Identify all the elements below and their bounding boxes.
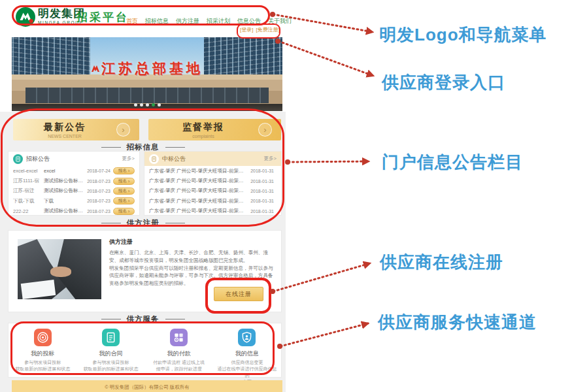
banner-logo-mark-icon	[91, 61, 100, 70]
tender-panel-header: 招标公告 更多>	[8, 152, 139, 166]
signup-button[interactable]: 报名›	[113, 197, 135, 204]
services-card: 我的投标 参与明发项目投标 获取最新的招标进展和状态 我的合同 参与明发项目投标…	[8, 323, 282, 378]
target-icon	[34, 329, 52, 346]
mingfa-logo-icon[interactable]	[16, 7, 35, 27]
award-row[interactable]: 广东省-肇庆 广州公司-肇庆大旺项目-前策定位... 2018-01-31	[144, 196, 281, 206]
award-more-link[interactable]: 更多>	[264, 155, 277, 162]
registration-paragraph-2: 明发集团招采平台供应商可以随时注册和报名、定期更新信息，并可以参与供应商评审，如…	[109, 265, 275, 287]
complaints-button-title: 监督举报	[148, 122, 258, 133]
award-announcements-panel: 中标公告 更多> 广东省-肇庆 广州公司-肇庆大旺项目-前策定位... 2018…	[144, 151, 282, 216]
award-doc-icon	[149, 154, 159, 164]
chevron-icon: ›	[128, 209, 129, 214]
nav-about-us[interactable]: 关于我们	[268, 17, 292, 25]
carousel-dot[interactable]	[140, 103, 143, 106]
registration-card: 供方注册 在南京、厦门、北京、上海、天津、长沙、合肥、无锡、扬州、泰州、淮安、成…	[8, 230, 282, 312]
annotation-label-online-register: 供应商在线注册	[380, 251, 503, 274]
news-button-title: 最新公告	[13, 122, 116, 133]
nav-tender-info[interactable]: 招标信息	[145, 17, 169, 25]
latest-news-button[interactable]: 最新公告 NEWS CENTER ›	[13, 119, 139, 140]
tender-row[interactable]: excel-excel excel 2018-07-24 报名›	[8, 166, 139, 176]
signup-button[interactable]: 报名›	[113, 188, 135, 195]
free-register-link[interactable]: [免费注册]	[256, 26, 280, 33]
carousel-dots	[12, 97, 282, 109]
complaints-button[interactable]: 监督举报 complaints ›	[148, 119, 281, 140]
news-button-subtitle: NEWS CENTER	[13, 134, 116, 139]
tender-doc-icon	[13, 154, 23, 164]
banner-title: 江苏总部基地	[12, 59, 282, 78]
service-my-payments[interactable]: 我的付款 付款申请流程 通过线上填 报申请，跟踪付款进度	[145, 323, 213, 377]
signup-button[interactable]: 报名›	[113, 167, 135, 174]
carousel-dot[interactable]	[158, 103, 161, 106]
carousel-dot[interactable]	[134, 103, 137, 106]
signup-button[interactable]: 报名›	[113, 208, 135, 215]
online-register-button[interactable]: 在线注册	[214, 287, 263, 301]
award-row[interactable]: 广东省-肇庆 广州公司-肇庆大旺项目-前策定位... 2018-01-31	[144, 166, 281, 176]
nav-procurement-plan[interactable]: 招采计划	[207, 17, 230, 25]
chevron-icon: ›	[128, 199, 129, 203]
handshake-photo	[18, 239, 101, 299]
complaints-button-subtitle: complaints	[148, 134, 258, 139]
signup-button[interactable]: 报名›	[113, 178, 135, 185]
service-my-info[interactable]: 我的信息 供应商信息变更 通过在线申请进行供应商信息的 变更	[213, 323, 281, 377]
info-shield-icon	[238, 329, 256, 346]
section-title-registration: 供方注册	[0, 218, 286, 228]
tender-row[interactable]: 江苏-宿迁 测试招标公告标题附件 2018-07-23 报名›	[8, 186, 139, 196]
nav-home[interactable]: 首页	[126, 17, 138, 25]
chevron-circle-icon: ›	[258, 123, 272, 137]
website-screenshot: 明发集团 MINGFA GROUP 招采平台 首页 招标信息 供方注册 招采计划…	[0, 0, 286, 392]
award-row[interactable]: 广东省-肇庆 广州公司-肇庆大旺项目-前策定位... 2018-01-31	[144, 186, 281, 196]
tender-row[interactable]: 下载-下载 下载 2018-07-23 报名›	[8, 196, 139, 206]
login-link[interactable]: [登录]	[240, 26, 253, 33]
award-panel-title: 中标公告	[162, 155, 186, 163]
annotation-label-logo-nav: 明发Logo和导航菜单	[379, 24, 547, 46]
nav-supplier-register[interactable]: 供方注册	[176, 17, 199, 25]
service-my-bids[interactable]: 我的投标 参与明发项目投标 获取最新的招标进展和状态	[8, 323, 76, 377]
tender-panel-title: 招标公告	[26, 155, 50, 163]
registration-paragraph-1: 在南京、厦门、北京、上海、天津、长沙、合肥、无锡、扬州、泰州、淮安、成都等城市投…	[109, 249, 275, 265]
payment-icon	[170, 329, 188, 346]
award-row[interactable]: 广东省-肇庆 广州公司-肇庆大旺项目-前策定位... 2018-01-31	[144, 206, 281, 216]
login-register-links: [登录] [免费注册]	[240, 26, 280, 33]
tender-announcements-panel: 招标公告 更多> excel-excel excel 2018-07-24 报名…	[8, 151, 140, 216]
annotation-label-portal-info: 门户信息公告栏目	[382, 151, 523, 174]
tender-row[interactable]: 222-22 测试招标公告标题222 2018-07-23 报名›	[8, 206, 139, 216]
award-row[interactable]: 广东省-肇庆 广州公司-肇庆大旺项目-前策定位... 2018-01-31	[144, 176, 281, 186]
service-my-contracts[interactable]: 我的合同 参与明发项目投标 获取最新的招标进展和状态	[76, 323, 144, 377]
carousel-dot-active[interactable]	[152, 103, 155, 106]
platform-title: 招采平台	[76, 10, 129, 25]
nav-announcements[interactable]: 信息公告	[237, 17, 261, 25]
annotation-label-service-channel: 供应商服务快速通道	[378, 311, 537, 334]
chevron-icon: ›	[128, 189, 129, 193]
chevron-circle-icon: ›	[116, 123, 130, 137]
annotation-label-login-entry: 供应商登录入口	[382, 71, 505, 94]
chevron-icon: ›	[128, 179, 129, 184]
carousel-dot[interactable]	[146, 103, 149, 106]
tender-more-link[interactable]: 更多>	[122, 155, 135, 162]
award-panel-header: 中标公告 更多>	[144, 152, 281, 166]
hero-banner: 江苏总部基地	[12, 37, 282, 111]
tender-row[interactable]: 江苏1111-宿 测试招标公告标题1111 2018-07-23 报名›	[8, 176, 139, 186]
main-nav: 首页 招标信息 供方注册 招采计划 信息公告 关于我们	[126, 17, 292, 25]
contract-icon	[102, 329, 120, 346]
registration-title: 供方注册	[109, 238, 275, 246]
footer-copyright: © 明发集团（国际）有限公司 版权所有	[12, 380, 282, 392]
chevron-icon: ›	[128, 169, 129, 173]
site-header: 明发集团 MINGFA GROUP 招采平台 首页 招标信息 供方注册 招采计划…	[0, 0, 286, 37]
registration-text: 供方注册 在南京、厦门、北京、上海、天津、长沙、合肥、无锡、扬州、泰州、淮安、成…	[109, 238, 275, 287]
